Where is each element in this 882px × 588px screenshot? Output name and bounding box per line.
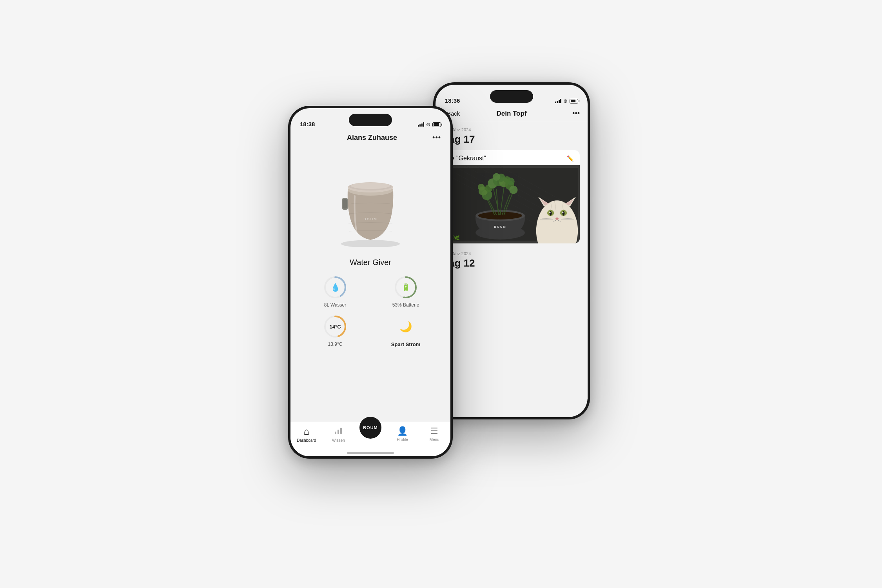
- nav-item-boum[interactable]: BOUM: [354, 417, 387, 439]
- stat-temp: 14°C 13.9°C: [303, 314, 367, 347]
- svg-rect-67: [338, 430, 339, 434]
- header-menu[interactable]: •••: [432, 134, 441, 142]
- dashboard-icon: ⌂: [304, 426, 310, 437]
- bottom-nav: ⌂ Dashboard Wissen: [290, 422, 450, 456]
- svg-point-45: [555, 218, 559, 220]
- product-name: Water Giver: [290, 258, 450, 267]
- stat-water: 💧 8L Wasser: [303, 275, 367, 308]
- svg-point-44: [562, 212, 564, 213]
- back-screen-title: Dein Topf: [477, 110, 546, 118]
- phones-container: 18:36 ⊜ ‹: [265, 59, 617, 529]
- svg-rect-58: [343, 199, 347, 209]
- timeline-date-1: 19. März 2024: [443, 127, 580, 132]
- dynamic-island-back: [490, 90, 533, 103]
- svg-point-27: [509, 186, 517, 194]
- battery-label: 53% Batterie: [392, 302, 419, 308]
- nav-item-wissen[interactable]: Wissen: [323, 426, 355, 443]
- stat-power: 🌙 Spart Strom: [374, 314, 438, 347]
- phone-back: 18:36 ⊜ ‹: [433, 82, 590, 419]
- menu-icon: ☰: [430, 426, 438, 436]
- back-menu-dots[interactable]: •••: [546, 109, 580, 118]
- dynamic-island-front: [349, 114, 392, 126]
- svg-point-34: [541, 201, 573, 230]
- svg-point-41: [550, 211, 552, 216]
- plant-image-area: BOUM: [290, 145, 450, 255]
- phone-front: 18:38 ⊜: [288, 106, 453, 459]
- home-indicator: [347, 452, 394, 454]
- svg-rect-68: [340, 428, 342, 434]
- svg-point-42: [563, 211, 565, 216]
- nav-item-profile[interactable]: 👤 Profile: [387, 426, 419, 442]
- svg-text:BOUM: BOUM: [494, 225, 506, 229]
- boum-label: BOUM: [363, 425, 378, 430]
- plant-photo-1: BOUM: [443, 165, 580, 243]
- profile-icon: 👤: [397, 426, 408, 436]
- temp-label: 13.9°C: [328, 341, 343, 347]
- svg-point-29: [478, 184, 485, 191]
- svg-text:🌿: 🌿: [454, 235, 460, 241]
- nav-item-dashboard[interactable]: ⌂ Dashboard: [290, 426, 323, 443]
- svg-text:BOUM: BOUM: [363, 217, 377, 221]
- profile-label: Profile: [397, 437, 408, 442]
- nav-item-menu[interactable]: ☰ Menu: [418, 426, 450, 442]
- wissen-icon: [334, 426, 343, 437]
- svg-point-43: [549, 212, 551, 213]
- app-title: Alans Zuhause: [312, 134, 432, 142]
- svg-point-31: [493, 173, 500, 181]
- water-label: 8L Wasser: [324, 302, 346, 308]
- stat-battery: 🔋 53% Batterie: [374, 275, 438, 308]
- dashboard-label: Dashboard: [297, 438, 316, 443]
- power-label: Spart Strom: [391, 341, 420, 347]
- timeline-date-2: 14. März 2024: [443, 251, 580, 256]
- menu-label: Menu: [430, 437, 439, 442]
- edit-icon-1[interactable]: ✏️: [567, 155, 573, 162]
- svg-point-32: [504, 176, 510, 183]
- wissen-label: Wissen: [332, 438, 345, 443]
- svg-point-56: [351, 183, 390, 189]
- timeline-day-1: Tag 17: [443, 133, 580, 145]
- card-title-1: ie "Gekraust": [450, 155, 486, 162]
- timeline-day-2: Tag 12: [443, 257, 580, 269]
- svg-rect-66: [335, 432, 336, 434]
- svg-point-52: [341, 240, 400, 247]
